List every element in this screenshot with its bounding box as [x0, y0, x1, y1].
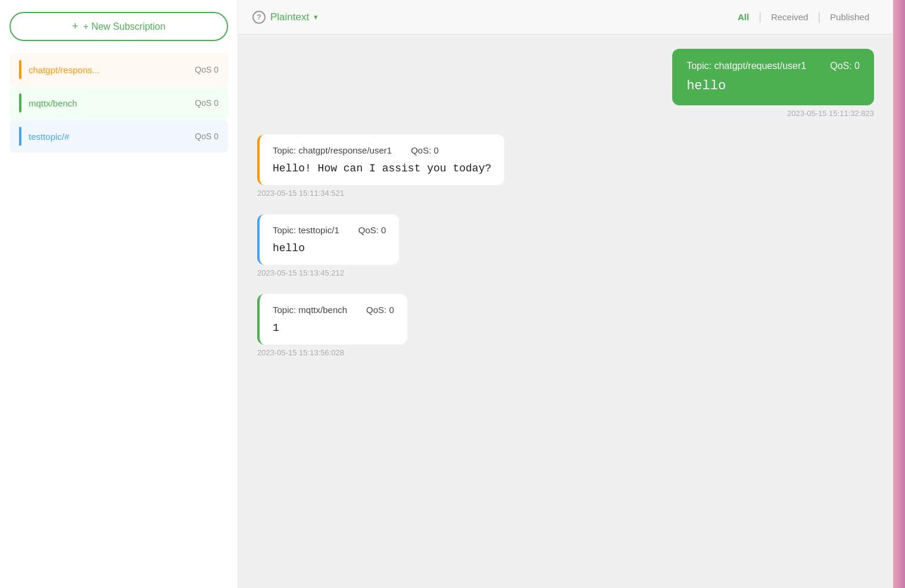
new-subscription-label: + New Subscription [83, 21, 166, 32]
received-message-wrapper-1: Topic: testtopic/1QoS: 0hello2023-05-15 … [257, 214, 874, 289]
filter-all-button[interactable]: All [728, 8, 759, 26]
received-topic: Topic: testtopic/1 [273, 225, 339, 235]
sidebar: + + New Subscription chatgpt/respons...Q… [0, 0, 238, 588]
published-message: Topic: chatgpt/request/user1 QoS: 0 hell… [672, 49, 874, 105]
published-message-wrapper: Topic: chatgpt/request/user1 QoS: 0 hell… [257, 49, 874, 118]
subscription-qos: QoS 0 [195, 65, 219, 74]
message-header: ? Plaintext ▾ All | Received | Published [238, 0, 893, 35]
subscription-color-bar [19, 127, 21, 146]
received-message-msg-1: Topic: chatgpt/response/user1QoS: 0Hello… [257, 135, 504, 185]
messages-area: Topic: chatgpt/request/user1 QoS: 0 hell… [238, 35, 893, 588]
published-body: hello [686, 79, 860, 93]
received-topic: Topic: chatgpt/response/user1 [273, 145, 392, 155]
subscription-topic: mqttx/bench [29, 98, 188, 108]
format-label: Plaintext [270, 11, 309, 23]
received-message-header: Topic: mqttx/benchQoS: 0 [273, 305, 394, 315]
filter-received-button[interactable]: Received [762, 8, 818, 26]
received-body: hello [273, 242, 386, 254]
subscription-list: chatgpt/respons...QoS 0mqttx/benchQoS 0t… [10, 53, 228, 153]
published-message-header: Topic: chatgpt/request/user1 QoS: 0 [686, 61, 860, 71]
subscription-item-sub-mqttx[interactable]: mqttx/benchQoS 0 [10, 86, 228, 120]
received-list: Topic: chatgpt/response/user1QoS: 0Hello… [257, 135, 874, 362]
format-help-icon[interactable]: ? [252, 11, 266, 24]
published-qos: QoS: 0 [830, 61, 860, 71]
plus-icon: + [72, 20, 79, 33]
received-message-header: Topic: testtopic/1QoS: 0 [273, 225, 386, 235]
received-qos: QoS: 0 [366, 305, 394, 315]
subscription-item-sub-testtopic[interactable]: testtopic/#QoS 0 [10, 120, 228, 153]
question-mark: ? [257, 13, 261, 21]
published-topic: Topic: chatgpt/request/user1 [686, 61, 806, 71]
subscription-color-bar [19, 60, 21, 79]
received-qos: QoS: 0 [411, 145, 439, 155]
subscription-topic: chatgpt/respons... [29, 65, 188, 75]
main-panel: ? Plaintext ▾ All | Received | Published… [238, 0, 893, 588]
received-message-header: Topic: chatgpt/response/user1QoS: 0 [273, 145, 491, 155]
received-body: 1 [273, 322, 394, 334]
received-topic: Topic: mqttx/bench [273, 305, 347, 315]
received-timestamp: 2023-05-15 15:13:56:028 [257, 348, 344, 357]
received-message-msg-3: Topic: mqttx/benchQoS: 01 [257, 294, 407, 345]
received-message-msg-2: Topic: testtopic/1QoS: 0hello [257, 214, 399, 265]
subscription-topic: testtopic/# [29, 132, 188, 142]
filter-published-button[interactable]: Published [820, 8, 879, 26]
spacer-1 [257, 123, 874, 135]
new-subscription-button[interactable]: + + New Subscription [10, 12, 228, 41]
message-filter: All | Received | Published [728, 8, 879, 26]
received-message-wrapper-2: Topic: mqttx/benchQoS: 012023-05-15 15:1… [257, 294, 874, 357]
format-selector[interactable]: ? Plaintext ▾ [252, 11, 318, 24]
published-timestamp: 2023-05-15 15:11:32:823 [787, 109, 874, 118]
received-timestamp: 2023-05-15 15:13:45:212 [257, 268, 344, 277]
received-body: Hello! How can I assist you today? [273, 162, 491, 174]
subscription-qos: QoS 0 [195, 132, 219, 141]
subscription-qos: QoS 0 [195, 98, 219, 108]
right-gradient-decoration [893, 0, 905, 588]
chevron-down-icon: ▾ [314, 12, 318, 21]
received-timestamp: 2023-05-15 15:11:34:521 [257, 189, 344, 198]
received-qos: QoS: 0 [358, 225, 386, 235]
received-message-wrapper-0: Topic: chatgpt/response/user1QoS: 0Hello… [257, 135, 874, 209]
subscription-color-bar [19, 93, 21, 112]
subscription-item-sub-chatgpt[interactable]: chatgpt/respons...QoS 0 [10, 53, 228, 86]
